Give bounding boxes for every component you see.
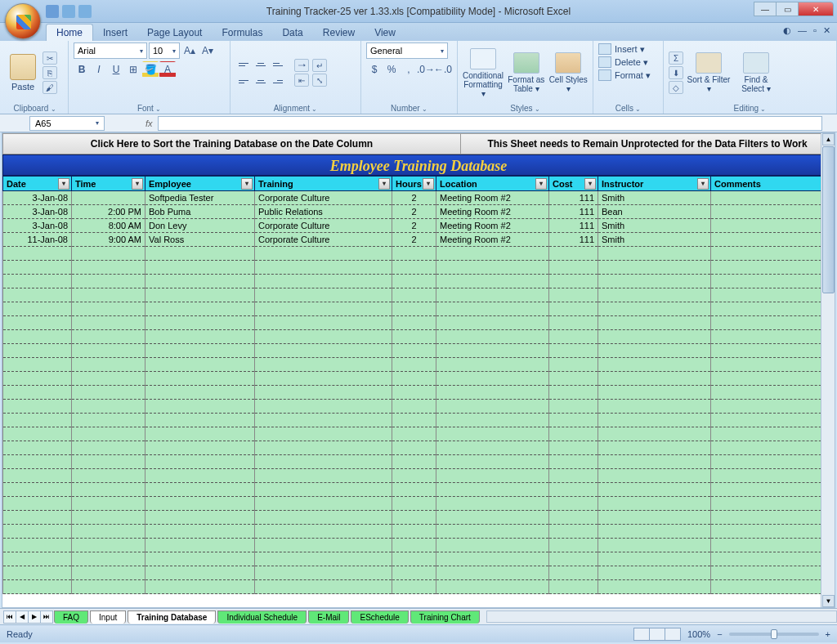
align-bottom-button[interactable] bbox=[270, 56, 286, 73]
cell-empty[interactable] bbox=[549, 400, 598, 414]
sort-database-button[interactable]: Click Here to Sort the Training Database… bbox=[2, 133, 461, 154]
cell-empty[interactable] bbox=[145, 372, 255, 386]
cell-cost[interactable]: 111 bbox=[549, 191, 598, 205]
cell-empty[interactable] bbox=[392, 261, 436, 275]
cell-empty[interactable] bbox=[598, 316, 711, 330]
formula-input[interactable] bbox=[158, 116, 822, 131]
table-row-empty[interactable] bbox=[3, 302, 835, 316]
cell-empty[interactable] bbox=[72, 427, 145, 441]
cell-empty[interactable] bbox=[598, 302, 711, 316]
cell-empty[interactable] bbox=[145, 455, 255, 469]
cell-empty[interactable] bbox=[436, 400, 549, 414]
cell-empty[interactable] bbox=[549, 414, 598, 427]
cell-empty[interactable] bbox=[436, 358, 549, 372]
cell-comments[interactable] bbox=[711, 233, 835, 247]
cell-comments[interactable] bbox=[711, 219, 835, 233]
column-header-date[interactable]: Date▾ bbox=[3, 177, 72, 191]
cell-empty[interactable] bbox=[145, 525, 255, 539]
cell-empty[interactable] bbox=[711, 497, 835, 511]
cell-training[interactable]: Corporate Culture bbox=[255, 191, 392, 205]
cell-empty[interactable] bbox=[145, 400, 255, 414]
cell-empty[interactable] bbox=[549, 580, 598, 594]
cell-empty[interactable] bbox=[72, 275, 145, 288]
tab-formulas[interactable]: Formulas bbox=[212, 25, 272, 41]
cell-empty[interactable] bbox=[436, 566, 549, 580]
table-row-empty[interactable] bbox=[3, 566, 835, 580]
filter-dropdown-icon[interactable]: ▾ bbox=[535, 178, 547, 190]
table-row-empty[interactable] bbox=[3, 386, 835, 400]
cell-empty[interactable] bbox=[711, 386, 835, 400]
cell-empty[interactable] bbox=[711, 414, 835, 427]
tab-insert[interactable]: Insert bbox=[93, 25, 137, 41]
cell-empty[interactable] bbox=[392, 386, 436, 400]
cell-empty[interactable] bbox=[3, 386, 72, 400]
cell-comments[interactable] bbox=[711, 191, 835, 205]
cell-empty[interactable] bbox=[392, 427, 436, 441]
cell-empty[interactable] bbox=[3, 539, 72, 552]
column-header-training[interactable]: Training▾ bbox=[255, 177, 392, 191]
table-row-empty[interactable] bbox=[3, 441, 835, 455]
cell-empty[interactable] bbox=[392, 275, 436, 288]
cell-empty[interactable] bbox=[392, 247, 436, 261]
cell-empty[interactable] bbox=[145, 344, 255, 358]
cell-empty[interactable] bbox=[392, 316, 436, 330]
cell-empty[interactable] bbox=[3, 302, 72, 316]
cell-empty[interactable] bbox=[72, 247, 145, 261]
cell-empty[interactable] bbox=[145, 483, 255, 497]
cell-date[interactable]: 3-Jan-08 bbox=[3, 219, 72, 233]
cell-training[interactable]: Public Relations bbox=[255, 205, 392, 219]
cell-empty[interactable] bbox=[255, 414, 392, 427]
vertical-scrollbar[interactable]: ▲ ▼ bbox=[821, 133, 835, 607]
cell-empty[interactable] bbox=[3, 316, 72, 330]
cell-empty[interactable] bbox=[549, 247, 598, 261]
table-row[interactable]: 3-Jan-088:00 AMDon LevyCorporate Culture… bbox=[3, 219, 835, 233]
table-row-empty[interactable] bbox=[3, 552, 835, 566]
scroll-down-icon[interactable]: ▼ bbox=[822, 595, 835, 607]
cell-empty[interactable] bbox=[392, 483, 436, 497]
cell-empty[interactable] bbox=[711, 552, 835, 566]
cell-empty[interactable] bbox=[255, 552, 392, 566]
cell-empty[interactable] bbox=[145, 330, 255, 344]
cell-empty[interactable] bbox=[392, 344, 436, 358]
align-center-button[interactable] bbox=[253, 74, 269, 90]
table-row-empty[interactable] bbox=[3, 469, 835, 483]
cell-empty[interactable] bbox=[549, 566, 598, 580]
sheet-tab-faq[interactable]: FAQ bbox=[54, 610, 88, 624]
zoom-slider[interactable] bbox=[729, 633, 819, 636]
close-button[interactable]: ✕ bbox=[798, 2, 834, 16]
cell-empty[interactable] bbox=[711, 525, 835, 539]
sort-filter-button[interactable]: Sort & Filter ▾ bbox=[687, 52, 731, 93]
table-row-empty[interactable] bbox=[3, 247, 835, 261]
filter-dropdown-icon[interactable]: ▾ bbox=[697, 178, 709, 190]
cell-empty[interactable] bbox=[711, 330, 835, 344]
table-row-empty[interactable] bbox=[3, 525, 835, 539]
cell-empty[interactable] bbox=[72, 344, 145, 358]
cell-empty[interactable] bbox=[549, 330, 598, 344]
cell-empty[interactable] bbox=[436, 469, 549, 483]
font-name-select[interactable]: Arial▾ bbox=[74, 42, 147, 59]
cell-date[interactable]: 3-Jan-08 bbox=[3, 191, 72, 205]
cell-empty[interactable] bbox=[255, 511, 392, 525]
cell-empty[interactable] bbox=[436, 497, 549, 511]
table-row[interactable]: 3-Jan-082:00 PMBob PumaPublic Relations2… bbox=[3, 205, 835, 219]
cell-employee[interactable]: Don Levy bbox=[145, 219, 255, 233]
cell-empty[interactable] bbox=[392, 469, 436, 483]
column-header-employee[interactable]: Employee▾ bbox=[145, 177, 255, 191]
sheet-tab-input[interactable]: Input bbox=[90, 610, 126, 624]
cell-empty[interactable] bbox=[145, 580, 255, 594]
cell-empty[interactable] bbox=[549, 386, 598, 400]
currency-button[interactable]: $ bbox=[366, 61, 383, 78]
cell-location[interactable]: Meeting Room #2 bbox=[436, 205, 549, 219]
table-row-empty[interactable] bbox=[3, 483, 835, 497]
cell-empty[interactable] bbox=[72, 566, 145, 580]
table-row-empty[interactable] bbox=[3, 275, 835, 288]
cell-empty[interactable] bbox=[436, 483, 549, 497]
cell-empty[interactable] bbox=[436, 414, 549, 427]
cell-empty[interactable] bbox=[711, 455, 835, 469]
cell-empty[interactable] bbox=[711, 441, 835, 455]
cell-hours[interactable]: 2 bbox=[392, 205, 436, 219]
cell-empty[interactable] bbox=[72, 372, 145, 386]
cell-empty[interactable] bbox=[145, 469, 255, 483]
cell-employee[interactable]: Bob Puma bbox=[145, 205, 255, 219]
cell-empty[interactable] bbox=[255, 441, 392, 455]
